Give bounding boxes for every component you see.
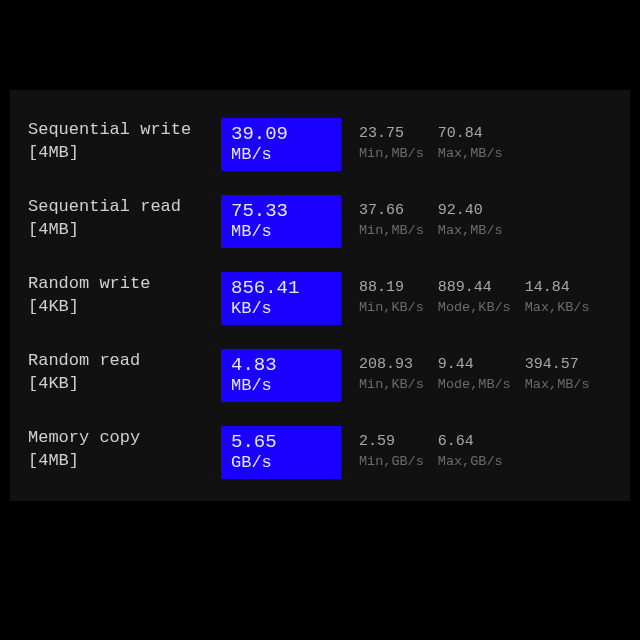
benchmark-row: Random read [4KB] 4.83 MB/s 208.93 Min,K… — [28, 349, 612, 402]
benchmark-row: Sequential write [4MB] 39.09 MB/s 23.75 … — [28, 118, 612, 171]
stat-value: 889.44 — [438, 278, 511, 297]
benchmark-unit: GB/s — [231, 452, 331, 473]
stat-value: 37.66 — [359, 201, 424, 220]
stat-value: 394.57 — [525, 355, 590, 374]
benchmark-value: 4.83 — [231, 355, 331, 376]
benchmark-name: Sequential write [4MB] — [28, 118, 203, 164]
benchmark-row: Random write [4KB] 856.41 KB/s 88.19 Min… — [28, 272, 612, 325]
stat-item: 92.40 Max,MB/s — [438, 201, 503, 240]
benchmark-value-chip: 5.65 GB/s — [221, 426, 341, 479]
benchmark-stats: 88.19 Min,KB/s 889.44 Mode,KB/s 14.84 Ma… — [359, 272, 612, 317]
stat-label: Mode,MB/s — [438, 375, 511, 394]
benchmark-name: Memory copy [4MB] — [28, 426, 203, 472]
benchmark-value: 39.09 — [231, 124, 331, 145]
benchmark-unit: MB/s — [231, 221, 331, 242]
benchmark-stats: 23.75 Min,MB/s 70.84 Max,MB/s — [359, 118, 612, 163]
stat-label: Min,KB/s — [359, 298, 424, 317]
stat-label: Max,KB/s — [525, 298, 590, 317]
stat-label: Max,MB/s — [438, 221, 503, 240]
stat-label: Min,MB/s — [359, 221, 424, 240]
benchmark-value-chip: 75.33 MB/s — [221, 195, 341, 248]
stat-label: Max,MB/s — [525, 375, 590, 394]
stat-label: Max,GB/s — [438, 452, 503, 471]
stat-value: 88.19 — [359, 278, 424, 297]
benchmark-stats: 2.59 Min,GB/s 6.64 Max,GB/s — [359, 426, 612, 471]
benchmark-name: Sequential read [4MB] — [28, 195, 203, 241]
benchmark-row: Sequential read [4MB] 75.33 MB/s 37.66 M… — [28, 195, 612, 248]
benchmark-name: Random write [4KB] — [28, 272, 203, 318]
stat-value: 9.44 — [438, 355, 511, 374]
stat-label: Min,GB/s — [359, 452, 424, 471]
stat-label: Mode,KB/s — [438, 298, 511, 317]
benchmark-unit: MB/s — [231, 144, 331, 165]
stat-value: 14.84 — [525, 278, 590, 297]
benchmark-unit: MB/s — [231, 375, 331, 396]
benchmark-row: Memory copy [4MB] 5.65 GB/s 2.59 Min,GB/… — [28, 426, 612, 479]
benchmark-stats: 37.66 Min,MB/s 92.40 Max,MB/s — [359, 195, 612, 240]
stat-item: 88.19 Min,KB/s — [359, 278, 424, 317]
benchmark-value-chip: 4.83 MB/s — [221, 349, 341, 402]
stat-item: 14.84 Max,KB/s — [525, 278, 590, 317]
stat-item: 37.66 Min,MB/s — [359, 201, 424, 240]
stat-value: 23.75 — [359, 124, 424, 143]
benchmark-value: 75.33 — [231, 201, 331, 222]
stat-value: 208.93 — [359, 355, 424, 374]
benchmark-stats: 208.93 Min,KB/s 9.44 Mode,MB/s 394.57 Ma… — [359, 349, 612, 394]
benchmark-panel: Sequential write [4MB] 39.09 MB/s 23.75 … — [10, 90, 630, 501]
stat-value: 70.84 — [438, 124, 503, 143]
benchmark-unit: KB/s — [231, 298, 331, 319]
benchmark-name: Random read [4KB] — [28, 349, 203, 395]
stat-label: Min,KB/s — [359, 375, 424, 394]
benchmark-value: 5.65 — [231, 432, 331, 453]
stat-value: 2.59 — [359, 432, 424, 451]
stat-item: 208.93 Min,KB/s — [359, 355, 424, 394]
stat-item: 889.44 Mode,KB/s — [438, 278, 511, 317]
stat-label: Min,MB/s — [359, 144, 424, 163]
stat-label: Max,MB/s — [438, 144, 503, 163]
benchmark-value: 856.41 — [231, 278, 331, 299]
stat-value: 92.40 — [438, 201, 503, 220]
stat-item: 394.57 Max,MB/s — [525, 355, 590, 394]
benchmark-value-chip: 39.09 MB/s — [221, 118, 341, 171]
stat-value: 6.64 — [438, 432, 503, 451]
stat-item: 70.84 Max,MB/s — [438, 124, 503, 163]
stat-item: 23.75 Min,MB/s — [359, 124, 424, 163]
stat-item: 6.64 Max,GB/s — [438, 432, 503, 471]
stat-item: 2.59 Min,GB/s — [359, 432, 424, 471]
stat-item: 9.44 Mode,MB/s — [438, 355, 511, 394]
benchmark-value-chip: 856.41 KB/s — [221, 272, 341, 325]
